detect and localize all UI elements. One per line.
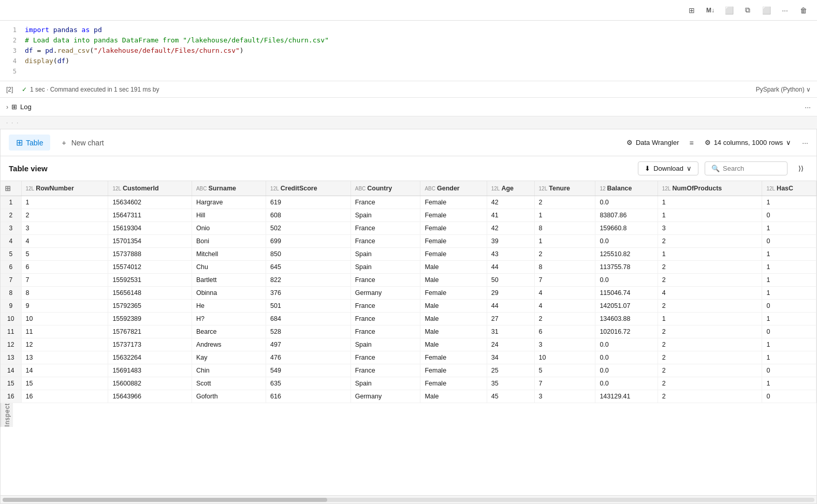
tab-table[interactable]: ⊞ Table [9,135,50,151]
col-header-customerid[interactable]: 12L CustomerId [108,181,192,196]
tab-new-chart[interactable]: + New chart [54,136,111,150]
table-cell: Germany [351,390,420,403]
row-index-cell: 5 [1,248,21,261]
row-index-cell: 12 [1,338,21,351]
data-wrangler-button[interactable]: ⚙ Data Wrangler [622,137,683,149]
table-cell: Obinna [192,287,266,300]
log-more-icon[interactable]: ··· [805,103,811,111]
col-header-gender[interactable]: ABC Gender [420,181,487,196]
table-cell: Kay [192,351,266,364]
tabs-more-icon[interactable]: ··· [802,139,808,147]
col-header-creditscore[interactable]: 12L CreditScore [266,181,351,196]
table-view-header: Table view ⬇ Download ∨ 🔍 ⟩⟩ [1,156,816,181]
table-cell: 39 [487,235,534,248]
table-cell: 25 [487,364,534,377]
table-row: 4415701354Boni699FranceFemale3910.020 [1,235,816,248]
pyspark-badge[interactable]: PySpark (Python) ∨ [756,86,811,93]
row-index-cell: 13 [1,351,21,364]
chevron-down-icon: ∨ [786,139,791,146]
table-cell: 43 [487,248,534,261]
code-editor[interactable]: import pandas as pd # Load data into pan… [21,21,817,81]
col-header-country[interactable]: ABC Country [351,181,420,196]
table-cell: 608 [266,209,351,222]
toolbar-icon-layout[interactable]: ⊞ [684,3,699,18]
log-section: › ⊞ Log ··· [0,98,817,116]
table-cell: 115046.74 [595,287,658,300]
row-index-cell: 14 [1,364,21,377]
table-cell: France [351,300,420,313]
table-cell: Chin [192,364,266,377]
table-cell: Spain [351,261,420,274]
table-cell: 134603.88 [595,313,658,325]
col-header-balance[interactable]: 12 Balance [595,181,658,196]
toolbar-icon-run[interactable]: ⬜ [759,3,774,18]
horizontal-scrollbar[interactable] [1,495,816,503]
table-cell: 501 [266,300,351,313]
table-cell: 635 [266,377,351,390]
search-icon: 🔍 [711,165,720,172]
table-cell: 549 [266,364,351,377]
toolbar-icon-more[interactable]: ··· [778,3,792,18]
table-cell: France [351,235,420,248]
col-header-numofproducts[interactable]: 12L NumOfProducts [658,181,762,196]
log-toggle[interactable]: › ⊞ Log [6,103,32,111]
log-label: Log [20,103,32,111]
table-row: 121215737173Andrews497SpainMale2430.021 [1,338,816,351]
table-cell: 2 [534,313,595,325]
search-box: 🔍 [705,161,787,175]
data-table-container[interactable]: ⊞ 12L RowNumber 12L CustomerId ABC Surna… [1,181,816,495]
table-cell: Female [420,196,487,209]
columns-rows-info[interactable]: ⚙ 14 columns, 1000 rows ∨ [700,136,796,149]
table-cell: 0.0 [595,351,658,364]
row-index-cell: 1 [1,196,21,209]
table-cell: 2 [658,235,762,248]
table-cell: 102016.72 [595,325,658,338]
table-cell: France [351,351,420,364]
table-row: 9915792365He501FranceMale444142051.0720 [1,300,816,313]
table-cell: 0.0 [595,196,658,209]
toolbar-icon-delete[interactable]: 🗑 [796,3,811,18]
table-cell: Scott [192,377,266,390]
table-cell: 2 [534,248,595,261]
col-header-hasc[interactable]: 12L HasC [762,181,816,196]
toolbar-icon-copy[interactable]: ⧉ [740,3,755,18]
table-cell: 15600882 [108,377,192,390]
table-cell: 2 [658,351,762,364]
table-cell: Male [420,274,487,287]
table-cell: 15691483 [108,364,192,377]
table-cell: 8 [534,222,595,235]
col-header-tenure[interactable]: 12L Tenure [534,181,595,196]
table-cell: 1 [534,209,595,222]
table-cell: 497 [266,338,351,351]
table-cell: France [351,364,420,377]
table-cell: 15656148 [108,287,192,300]
table-cell: 8 [534,261,595,274]
download-button[interactable]: ⬇ Download ∨ [638,161,698,175]
table-cell: 616 [266,390,351,403]
table-cell: 1 [762,287,816,300]
search-input[interactable] [723,165,775,172]
scrollbar-thumb[interactable] [3,498,327,502]
table-cell: 619 [266,196,351,209]
table-cell: 9 [21,300,108,313]
col-header-rownumber[interactable]: 12L RowNumber [21,181,108,196]
table-cell: 502 [266,222,351,235]
col-header-surname[interactable]: ABC Surname [192,181,266,196]
output-panel: ⊞ Table + New chart ⚙ Data Wrangler ≡ ⚙ … [0,129,817,504]
row-index-cell: 15 [1,377,21,390]
inspect-panel-toggle[interactable]: ⟩⟩ [794,161,808,176]
col-header-age[interactable]: 12L Age [487,181,534,196]
settings-icon: ⚙ [705,139,711,146]
table-cell: 0 [762,390,816,403]
filter-icon[interactable]: ≡ [689,139,693,147]
toolbar-icon-screen[interactable]: ⬜ [722,3,736,18]
row-index-cell: 6 [1,261,21,274]
toolbar-icon-markdown[interactable]: M↓ [703,3,718,18]
table-row: 3315619304Onio502FranceFemale428159660.8… [1,222,816,235]
inspect-label: Inspect [4,403,11,427]
table-cell: 31 [487,325,534,338]
table-cell: 15619304 [108,222,192,235]
table-cell: 34 [487,351,534,364]
inspect-sidebar[interactable]: Inspect [1,403,13,427]
row-index-cell: 4 [1,235,21,248]
